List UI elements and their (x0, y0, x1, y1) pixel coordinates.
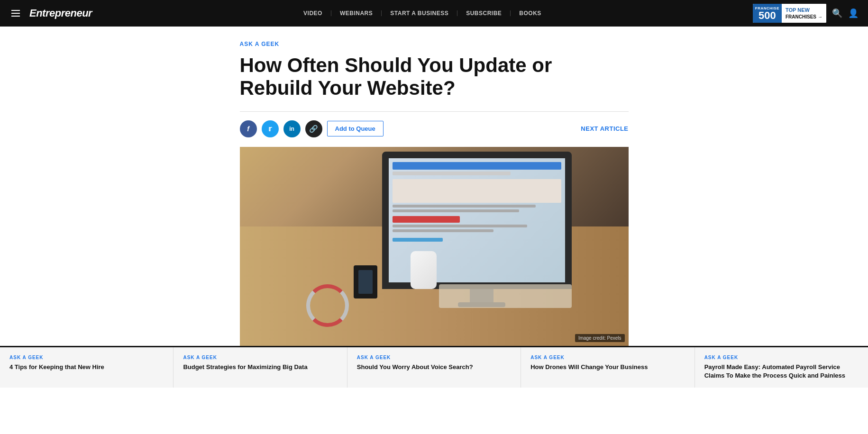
related-title-1[interactable]: 4 Tips for Keeping that New Hire (9, 363, 164, 371)
article-container: ASK A GEEK How Often Should You Update o… (221, 27, 648, 346)
search-icon[interactable]: 🔍 (832, 8, 842, 18)
facebook-share-button[interactable]: f (240, 120, 257, 137)
related-title-5[interactable]: Payroll Made Easy: Automated Payroll Ser… (704, 363, 859, 380)
nav-start-business[interactable]: START A BUSINESS (382, 10, 457, 16)
related-articles: ASK A GEEK 4 Tips for Keeping that New H… (0, 346, 868, 388)
header-right: FRANCHISE 500 TOP NEW FRANCHISES → 🔍 👤 (753, 4, 859, 23)
related-article-1: ASK A GEEK 4 Tips for Keeping that New H… (0, 347, 174, 388)
related-category-4: ASK A GEEK (530, 355, 685, 360)
article-image-container: Image credit: Pexels (240, 147, 629, 346)
related-title-3[interactable]: Should You Worry About Voice Search? (357, 363, 511, 371)
divider (240, 111, 629, 112)
related-article-3: ASK A GEEK Should You Worry About Voice … (347, 347, 521, 388)
nav-video[interactable]: VIDEO (295, 10, 331, 16)
social-buttons: f 𝕣 in 🔗 Add to Queue (240, 120, 384, 137)
copy-link-button[interactable]: 🔗 (305, 120, 322, 137)
nav-subscribe[interactable]: SUBSCRIBE (457, 10, 511, 16)
nav-webinars[interactable]: WEBINARS (331, 10, 382, 16)
twitter-share-button[interactable]: 𝕣 (262, 120, 279, 137)
related-title-2[interactable]: Budget Strategies for Maximizing Big Dat… (183, 363, 337, 371)
site-logo[interactable]: Entrepreneur (29, 7, 92, 19)
franchise-label: FRANCHISES → (786, 14, 822, 20)
article-category: ASK A GEEK (240, 41, 629, 47)
franchise-top-new: TOP NEW (786, 7, 822, 13)
related-category-3: ASK A GEEK (357, 355, 511, 360)
related-article-2: ASK A GEEK Budget Strategies for Maximiz… (174, 347, 347, 388)
nav-books[interactable]: BOOKS (511, 10, 550, 16)
related-category-1: ASK A GEEK (9, 355, 164, 360)
article-image: Image credit: Pexels (240, 147, 629, 346)
related-category-2: ASK A GEEK (183, 355, 337, 360)
related-category-5: ASK A GEEK (704, 355, 859, 360)
add-to-queue-button[interactable]: Add to Queue (327, 121, 384, 136)
article-title: How Often Should You Update or Rebuild Y… (240, 54, 629, 100)
facebook-icon: f (247, 125, 249, 133)
user-icon[interactable]: 👤 (848, 8, 859, 18)
related-article-4: ASK A GEEK How Drones Will Change Your B… (521, 347, 694, 388)
hamburger-menu[interactable] (9, 8, 22, 18)
image-credit: Image credit: Pexels (575, 334, 625, 342)
main-nav: VIDEO WEBINARS START A BUSINESS SUBSCRIB… (92, 10, 753, 16)
twitter-icon: 𝕣 (268, 125, 272, 133)
link-icon: 🔗 (309, 125, 318, 133)
social-row: f 𝕣 in 🔗 Add to Queue NEXT ARTICLE (240, 120, 629, 137)
next-article-link[interactable]: NEXT ARTICLE (581, 125, 628, 132)
franchise-number: 500 (758, 10, 776, 21)
linkedin-share-button[interactable]: in (283, 120, 301, 137)
site-header: Entrepreneur VIDEO WEBINARS START A BUSI… (0, 0, 868, 27)
franchise-badge[interactable]: FRANCHISE 500 TOP NEW FRANCHISES → (753, 4, 826, 23)
related-title-4[interactable]: How Drones Will Change Your Business (530, 363, 685, 371)
related-article-5: ASK A GEEK Payroll Made Easy: Automated … (695, 347, 868, 388)
linkedin-icon: in (289, 126, 294, 132)
